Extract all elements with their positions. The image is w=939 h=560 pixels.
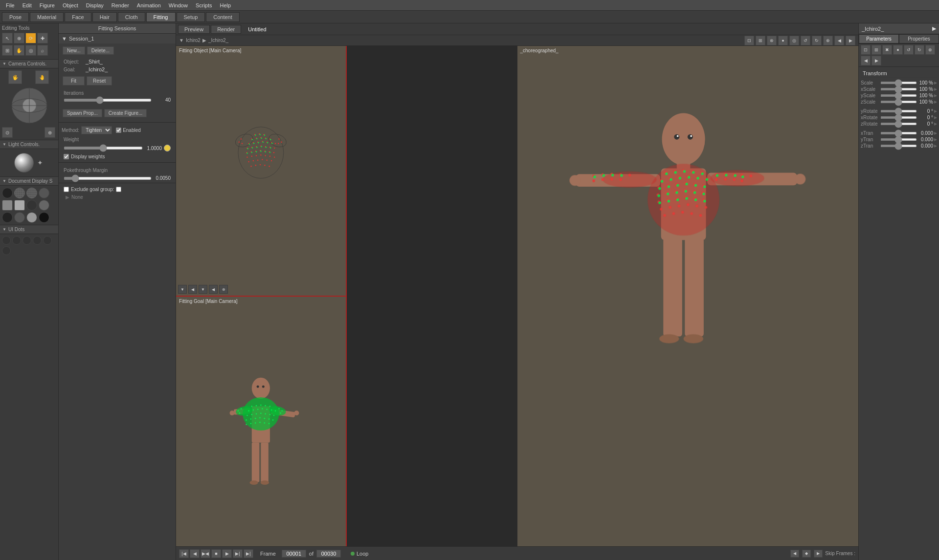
menu-object[interactable]: Object xyxy=(59,1,82,9)
vp-tool-3[interactable]: ⊗ xyxy=(767,36,777,45)
camera-controls-header[interactable]: ▼ Camera Controls. xyxy=(0,60,58,68)
ui-dot-1[interactable] xyxy=(2,236,11,245)
exclude-checkbox-2[interactable] xyxy=(116,187,121,192)
rp-tool-6[interactable]: ↻ xyxy=(915,45,924,55)
camera-right-arm[interactable]: 🤚 xyxy=(35,70,49,84)
camera-left-arm[interactable]: 🖐 xyxy=(8,70,22,84)
method-select[interactable]: Tighten xyxy=(81,126,112,134)
menu-animation[interactable]: Animation xyxy=(133,1,165,9)
vp-icon-5[interactable]: ⊕ xyxy=(219,285,228,294)
ui-dot-5[interactable] xyxy=(43,236,52,245)
tool-arrow[interactable]: ↖ xyxy=(2,33,13,43)
doc-display-btn-11[interactable] xyxy=(26,212,37,223)
doc-display-btn-8[interactable] xyxy=(39,200,49,211)
enabled-checkbox[interactable] xyxy=(116,128,121,133)
prop-xrotate-slider[interactable] xyxy=(880,116,917,119)
timeline-skip-end-btn[interactable]: ▶| xyxy=(244,549,253,558)
prop-zrotate-slider[interactable] xyxy=(880,123,917,125)
menu-scripts[interactable]: Scripts xyxy=(192,1,216,9)
rp-tool-9[interactable]: ▶ xyxy=(872,56,881,65)
skip-fwd-btn[interactable]: ▶ xyxy=(814,550,823,558)
timeline-play-btn[interactable]: ▶ xyxy=(222,549,232,558)
tab-content[interactable]: Content xyxy=(206,12,240,22)
menu-window[interactable]: Window xyxy=(165,1,192,9)
rp-tool-2[interactable]: ⊞ xyxy=(872,45,881,55)
tab-cloth[interactable]: Cloth xyxy=(118,12,145,22)
prop-xrotate-arrow[interactable]: ▶ xyxy=(934,115,937,120)
iterations-slider[interactable] xyxy=(64,99,152,102)
prop-ztran-slider[interactable] xyxy=(880,145,917,147)
doc-display-btn-5[interactable] xyxy=(2,200,13,211)
prop-xscale-slider[interactable] xyxy=(880,88,917,90)
prop-xtran-arrow[interactable]: ▶ xyxy=(934,131,937,135)
viewport-tab-preview[interactable]: Preview xyxy=(178,25,210,34)
rp-tool-5[interactable]: ↺ xyxy=(904,45,914,55)
prop-ytran-slider[interactable] xyxy=(880,138,917,141)
tool-scale[interactable]: ⊞ xyxy=(2,45,13,56)
menu-render[interactable]: Render xyxy=(108,1,133,9)
weight-slider[interactable] xyxy=(64,147,143,150)
menu-file[interactable]: File xyxy=(2,1,19,9)
doc-display-btn-12[interactable] xyxy=(39,212,49,223)
tab-material[interactable]: Material xyxy=(30,12,64,22)
create-figure-btn[interactable]: Create Figure... xyxy=(104,109,147,117)
tab-face[interactable]: Face xyxy=(65,12,91,22)
prop-scale-slider[interactable] xyxy=(880,82,917,84)
rp-tool-8[interactable]: ◀ xyxy=(861,56,871,65)
menu-display[interactable]: Display xyxy=(82,1,108,9)
doc-display-btn-1[interactable] xyxy=(2,188,13,198)
timeline-step-fwd-btn[interactable]: ▶| xyxy=(233,549,243,558)
vp-tool-2[interactable]: ⊞ xyxy=(756,36,765,45)
doc-display-btn-2[interactable] xyxy=(14,188,25,198)
tool-rotate[interactable]: ⟳ xyxy=(25,33,36,43)
tab-hair[interactable]: Hair xyxy=(92,12,117,22)
spawn-prop-btn[interactable]: Spawn Prop... xyxy=(63,109,102,117)
prop-ztran-arrow[interactable]: ▶ xyxy=(934,144,937,148)
new-session-btn[interactable]: New... xyxy=(63,46,85,55)
prop-yrotate-slider[interactable] xyxy=(880,110,917,112)
prop-yscale-slider[interactable] xyxy=(880,94,917,97)
breadcrumb-ichiro2-2[interactable]: _Ichiro2_ xyxy=(208,38,228,43)
breadcrumb-ichiro2[interactable]: Ichiro2 xyxy=(186,38,201,43)
tab-properties[interactable]: Properties xyxy=(899,34,939,43)
reset-btn[interactable]: Reset xyxy=(87,76,112,86)
prop-yrotate-arrow[interactable]: ▶ xyxy=(934,109,937,113)
vp-icon-4[interactable]: ◀ xyxy=(209,285,218,294)
viewport-top-left[interactable]: Fitting Object [Main Camera] xyxy=(176,46,347,297)
prop-xtran-slider[interactable] xyxy=(880,132,917,134)
rp-tool-1[interactable]: ⊡ xyxy=(861,45,871,55)
camera-zoom[interactable]: ⊕ xyxy=(45,127,55,138)
vp-icon-2[interactable]: ◀ xyxy=(188,285,197,294)
exclude-checkbox[interactable] xyxy=(64,187,69,192)
tab-setup[interactable]: Setup xyxy=(177,12,205,22)
doc-display-btn-6[interactable] xyxy=(14,200,25,211)
vp-tool-1[interactable]: ⊡ xyxy=(744,36,754,45)
viewport-bottom-left[interactable]: Fitting Goal [Main Camera] xyxy=(176,297,347,546)
prop-scale-arrow[interactable]: ▶ xyxy=(934,81,937,85)
menu-figure[interactable]: Figure xyxy=(36,1,59,9)
doc-display-btn-9[interactable] xyxy=(2,212,13,223)
right-panel-arrow[interactable]: ▶ xyxy=(932,25,936,32)
vp-tool-4[interactable]: ● xyxy=(778,36,788,45)
viewport-right[interactable]: _choreographed_ xyxy=(517,46,859,546)
tool-magnify[interactable]: ⌕ xyxy=(37,45,48,56)
light-controls-header[interactable]: ▼ Light Controls. xyxy=(0,140,58,149)
tool-select[interactable]: ⊕ xyxy=(14,33,24,43)
doc-display-btn-10[interactable] xyxy=(14,212,25,223)
tool-morph[interactable]: ◎ xyxy=(25,45,36,56)
tool-move[interactable]: ✚ xyxy=(37,33,48,43)
timeline-stop-btn[interactable]: ■ xyxy=(211,549,221,558)
vp-tool-6[interactable]: ↺ xyxy=(801,36,810,45)
vp-tool-8[interactable]: ⊕ xyxy=(823,36,833,45)
prop-zscale-slider[interactable] xyxy=(880,101,917,103)
delete-session-btn[interactable]: Delete... xyxy=(87,46,114,55)
vp-tool-9[interactable]: ◀ xyxy=(834,36,844,45)
timeline-play-back-btn[interactable]: ▶◀ xyxy=(201,549,210,558)
ui-dot-3[interactable] xyxy=(22,236,31,245)
current-frame[interactable]: 00001 xyxy=(282,550,306,558)
prop-yscale-arrow[interactable]: ▶ xyxy=(934,93,937,98)
vp-tool-7[interactable]: ↻ xyxy=(812,36,822,45)
tool-hand[interactable]: ✋ xyxy=(14,45,24,56)
rp-tool-4[interactable]: ● xyxy=(893,45,903,55)
timeline-step-back-btn[interactable]: ◀ xyxy=(190,549,200,558)
